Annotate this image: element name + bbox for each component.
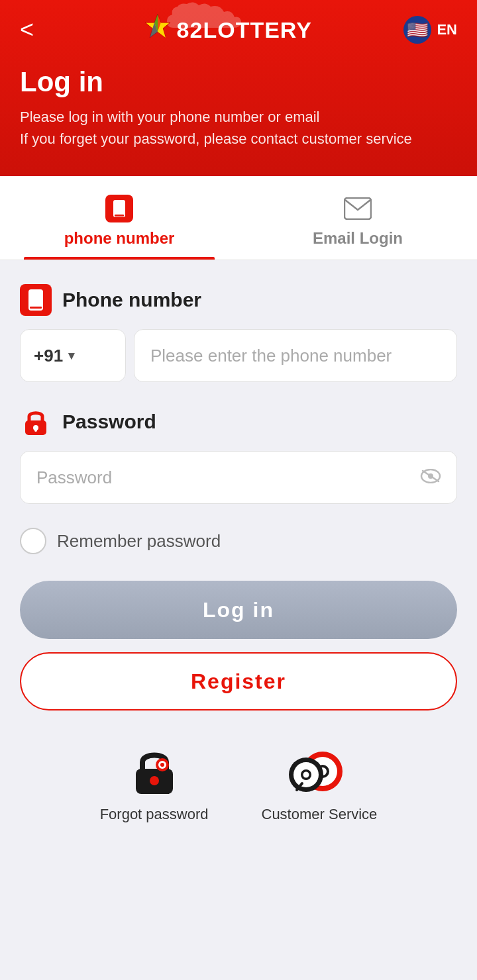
bottom-links: Forgot password xyxy=(20,744,457,850)
phone-section-header: Phone number xyxy=(20,284,457,316)
svg-rect-2 xyxy=(344,198,371,219)
svg-line-8 xyxy=(423,471,439,481)
remember-password-checkbox[interactable] xyxy=(20,528,46,554)
lang-label: EN xyxy=(437,21,457,38)
back-button[interactable]: < xyxy=(20,18,49,42)
phone-section: Phone number +91 ▾ xyxy=(20,284,457,382)
header-subtitle: Please log in with your phone number or … xyxy=(20,106,457,150)
header-top: < 82LOTTERY xyxy=(20,0,457,53)
logo-star-icon xyxy=(141,11,174,49)
svg-point-13 xyxy=(160,763,164,767)
phone-input-row: +91 ▾ xyxy=(20,329,457,382)
logo-inner: 82LOTTERY xyxy=(141,11,312,49)
tab-phone-label: phone number xyxy=(64,229,175,248)
tab-email[interactable]: Email Login xyxy=(238,176,477,260)
country-code-value: +91 xyxy=(34,346,63,366)
svg-point-10 xyxy=(150,776,159,785)
header: < 82LOTTERY xyxy=(0,0,477,176)
register-button[interactable]: Register xyxy=(20,652,457,710)
phone-tab-icon xyxy=(105,195,133,222)
phone-number-input[interactable] xyxy=(134,329,457,382)
chevron-down-icon: ▾ xyxy=(68,348,74,363)
svg-point-21 xyxy=(303,772,309,778)
logo: 82LOTTERY xyxy=(141,11,312,49)
main-content: Phone number +91 ▾ Password xyxy=(0,260,477,873)
phone-section-title: Phone number xyxy=(62,289,201,311)
password-section-header: Password xyxy=(20,406,457,438)
phone-section-icon xyxy=(20,284,52,316)
password-input[interactable] xyxy=(20,451,457,504)
country-code-selector[interactable]: +91 ▾ xyxy=(20,329,126,382)
logo-text: 82LOTTERY xyxy=(177,17,312,43)
tab-phone[interactable]: phone number xyxy=(0,176,238,260)
email-tab-icon xyxy=(344,195,372,222)
customer-service-link[interactable]: Customer Service xyxy=(262,744,378,823)
forgot-password-label: Forgot password xyxy=(100,806,209,823)
page-title: Log in xyxy=(20,66,457,98)
remember-password-row: Remember password xyxy=(20,528,457,554)
login-tabs: phone number Email Login xyxy=(0,176,477,260)
svg-rect-5 xyxy=(34,428,37,432)
toggle-password-icon[interactable] xyxy=(420,467,441,488)
lock-section-icon xyxy=(20,406,52,438)
flag-icon: 🇺🇸 xyxy=(403,16,431,44)
password-section: Password xyxy=(20,406,457,504)
remember-password-label: Remember password xyxy=(57,531,221,552)
login-button[interactable]: Log in xyxy=(20,581,457,639)
password-input-wrap xyxy=(20,451,457,504)
language-button[interactable]: 🇺🇸 EN xyxy=(403,16,457,44)
customer-service-label: Customer Service xyxy=(262,806,378,823)
password-section-title: Password xyxy=(62,411,156,433)
forgot-password-link[interactable]: Forgot password xyxy=(100,744,209,823)
tab-email-label: Email Login xyxy=(313,229,403,248)
